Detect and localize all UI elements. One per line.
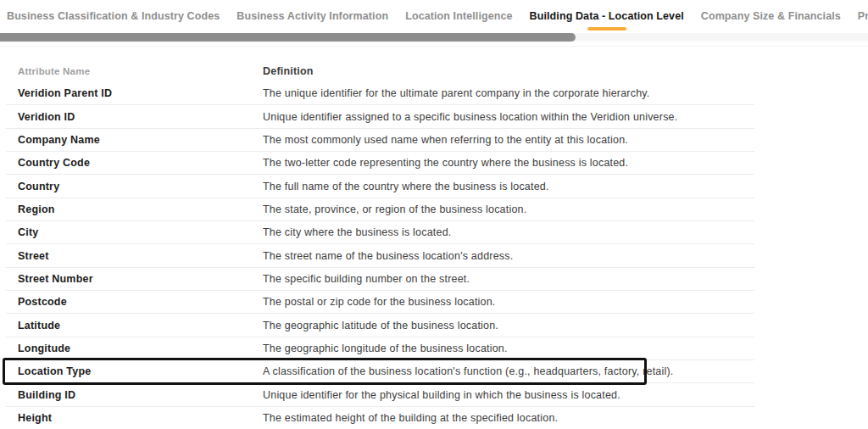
attribute-name-cell: Street (6, 250, 263, 262)
horizontal-scrollbar-track[interactable] (0, 33, 868, 42)
column-header-attribute-name: Attribute Name (6, 66, 263, 76)
active-tab-underline (587, 27, 626, 31)
table-header-row: Attribute Name Definition (6, 59, 754, 82)
definition-cell: The specific building number on the stre… (263, 273, 754, 285)
tab-location-intelligence[interactable]: Location Intelligence (405, 11, 512, 32)
definition-cell: The state, province, or region of the bu… (263, 203, 754, 215)
table-row: Country CodeThe two-letter code represen… (6, 152, 754, 175)
tab-company-size-financials[interactable]: Company Size & Financials (701, 11, 841, 32)
attribute-name-cell: Postcode (6, 296, 263, 308)
table-row: Location TypeA classification of the bus… (6, 360, 754, 383)
attribute-name-cell: Veridion ID (6, 111, 263, 123)
definition-cell: The postal or zip code for the business … (263, 296, 754, 308)
attribute-table: Attribute Name Definition Veridion Paren… (6, 59, 754, 429)
attribute-name-cell: Country Code (6, 157, 263, 169)
header-divider (0, 46, 868, 47)
definition-cell: Unique identifier assigned to a specific… (263, 111, 754, 123)
attribute-name-cell: Street Number (6, 273, 263, 285)
definition-cell: The full name of the country where the b… (263, 181, 754, 192)
attribute-name-cell: City (6, 226, 263, 238)
tab-label: Business Activity Information (236, 10, 388, 22)
attribute-name-cell: Veridion Parent ID (6, 87, 263, 99)
table-row: StreetThe street name of the business lo… (6, 244, 754, 267)
attribute-name-cell: Company Name (6, 134, 263, 146)
definition-cell: The two-letter code representing the cou… (263, 157, 754, 169)
attribute-name-cell: Height (6, 412, 263, 424)
tab-bar: Business Classification & Industry Codes… (0, 0, 868, 32)
definition-cell: The estimated height of the building at … (263, 412, 754, 424)
definition-cell: The geographic longitude of the business… (263, 343, 754, 354)
table-row: HeightThe estimated height of the buildi… (6, 407, 754, 429)
tab-product-service-portofolio[interactable]: Product & Service Portofolio (858, 11, 868, 32)
attribute-name-cell: Location Type (6, 365, 263, 377)
attribute-name-cell: Region (6, 203, 263, 215)
attribute-name-cell: Latitude (6, 320, 263, 332)
table-row: Veridion Parent IDThe unique identifier … (6, 82, 754, 105)
definition-cell: A classification of the business locatio… (263, 365, 754, 377)
tab-label: Business Classification & Industry Codes (7, 10, 220, 22)
tab-label: Building Data - Location Level (530, 10, 684, 22)
table-row: LatitudeThe geographic latitude of the b… (6, 314, 754, 337)
tab-label: Company Size & Financials (701, 10, 841, 22)
definition-cell: The city where the business is located. (263, 226, 754, 238)
tab-label: Location Intelligence (405, 10, 512, 22)
table-row: Veridion IDUnique identifier assigned to… (6, 105, 754, 128)
column-header-definition: Definition (263, 65, 754, 77)
tab-business-activity-information[interactable]: Business Activity Information (236, 11, 388, 32)
definition-cell: The most commonly used name when referri… (263, 134, 754, 146)
table-row: RegionThe state, province, or region of … (6, 198, 754, 221)
tab-business-classification-industry-codes[interactable]: Business Classification & Industry Codes (7, 11, 220, 32)
table-row: Company NameThe most commonly used name … (6, 129, 754, 152)
table-row: CityThe city where the business is locat… (6, 221, 754, 244)
tab-label: Product & Service Portofolio (858, 10, 868, 22)
definition-cell: Unique identifier for the physical build… (263, 389, 754, 401)
table-row: Building IDUnique identifier for the phy… (6, 383, 754, 406)
horizontal-scrollbar-thumb[interactable] (0, 33, 576, 42)
table-row: CountryThe full name of the country wher… (6, 175, 754, 198)
definition-cell: The street name of the business location… (263, 250, 754, 262)
definition-cell: The geographic latitude of the business … (263, 320, 754, 332)
table-row: Street NumberThe specific building numbe… (6, 268, 754, 291)
definition-cell: The unique identifier for the ultimate p… (263, 87, 754, 99)
table-row: LongitudeThe geographic longitude of the… (6, 337, 754, 360)
attribute-name-cell: Country (6, 181, 263, 192)
attribute-name-cell: Longitude (6, 343, 263, 354)
attribute-table-body: Veridion Parent IDThe unique identifier … (6, 82, 754, 429)
table-row: PostcodeThe postal or zip code for the b… (6, 291, 754, 314)
tab-building-data-location-level[interactable]: Building Data - Location Level (530, 11, 684, 32)
attribute-name-cell: Building ID (6, 389, 263, 401)
